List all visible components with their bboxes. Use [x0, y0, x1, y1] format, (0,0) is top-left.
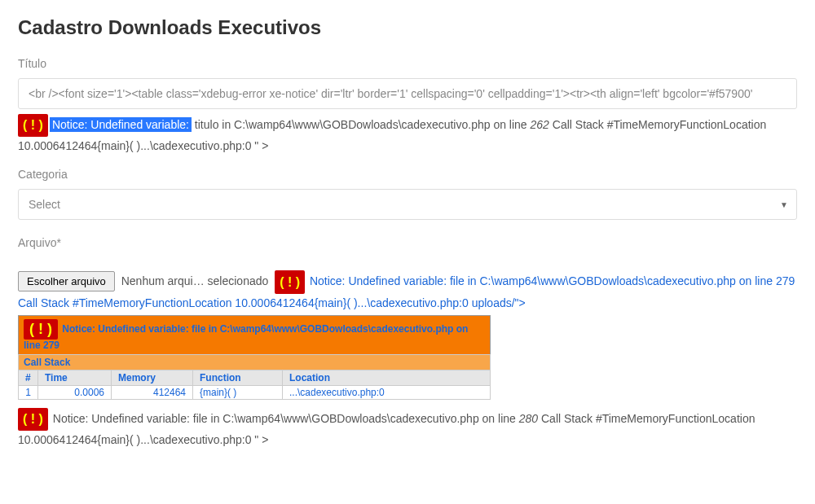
- categoria-select[interactable]: Select: [19, 190, 796, 219]
- warning-icon: ( ! ): [275, 270, 305, 294]
- titulo-label: Título: [18, 57, 797, 70]
- xdebug-header: ( ! ) Notice: Undefined variable: file i…: [19, 315, 491, 354]
- cell-num: 1: [19, 385, 38, 399]
- cell-time: 0.0006: [38, 385, 112, 399]
- cell-memory: 412464: [112, 385, 193, 399]
- error-titulo: ( ! )Notice: Undefined variable: titulo …: [18, 114, 797, 155]
- arquivo-label: Arquivo*: [18, 236, 797, 249]
- col-memory: Memory: [112, 370, 193, 385]
- col-function: Function: [193, 370, 283, 385]
- error-file-280: ( ! ) Notice: Undefined variable: file i…: [18, 408, 797, 449]
- error-text: titulo in C:\wamp64\www\GOBDowloads\cade…: [192, 118, 531, 131]
- cell-loc: ...\cadexecutivo.php:0: [283, 385, 491, 399]
- error-line-number: 279: [776, 274, 795, 287]
- cell-func: {main}( ): [193, 385, 283, 399]
- notice-highlight: Notice: Undefined variable:: [50, 117, 192, 132]
- warning-icon: ( ! ): [18, 408, 48, 431]
- col-location: Location: [283, 370, 491, 385]
- file-status-text: Nenhum arqui… selecionado: [121, 274, 269, 287]
- xdebug-error-table: ( ! ) Notice: Undefined variable: file i…: [18, 315, 491, 400]
- col-time: Time: [38, 370, 112, 385]
- choose-file-button[interactable]: Escolher arquivo: [18, 271, 115, 291]
- callstack-label: Call Stack: [19, 354, 491, 370]
- warning-icon: ( ! ): [24, 319, 58, 340]
- xdebug-header-text: Notice: Undefined variable: file in C:\w…: [24, 323, 468, 351]
- categoria-select-wrap[interactable]: Select ▼: [18, 189, 797, 220]
- categoria-label: Categoria: [18, 168, 797, 181]
- warning-icon: ( ! ): [18, 114, 48, 137]
- col-num: #: [19, 370, 38, 385]
- page-title: Cadastro Downloads Executivos: [18, 16, 797, 39]
- table-row: 1 0.0006 412464 {main}( ) ...\cadexecuti…: [19, 385, 491, 399]
- error-line-number: 262: [531, 118, 549, 131]
- titulo-input[interactable]: [18, 78, 797, 109]
- error-line-number: 280: [519, 411, 538, 424]
- error-text: Notice: Undefined variable: file in C:\w…: [53, 411, 519, 424]
